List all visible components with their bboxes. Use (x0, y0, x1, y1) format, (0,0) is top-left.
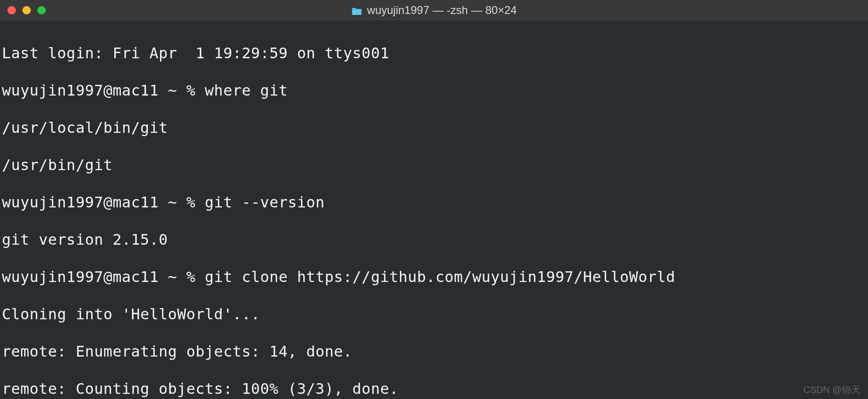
terminal-line: /usr/local/bin/git (2, 118, 866, 137)
terminal-line: wuyujin1997@mac11 ~ % where git (2, 81, 866, 100)
traffic-lights (7, 6, 46, 14)
terminal-line: remote: Enumerating objects: 14, done. (2, 342, 866, 361)
terminal-line: Cloning into 'HelloWorld'... (2, 305, 866, 323)
minimize-button[interactable] (22, 6, 31, 14)
close-button[interactable] (7, 6, 16, 14)
terminal-line: Last login: Fri Apr 1 19:29:59 on ttys00… (2, 44, 866, 62)
watermark: CSDN @锦天 (803, 384, 861, 396)
terminal-line: wuyujin1997@mac11 ~ % git clone https://… (2, 268, 866, 286)
terminal-line: remote: Counting objects: 100% (3/3), do… (2, 379, 866, 398)
svg-rect-0 (352, 9, 362, 10)
terminal-output[interactable]: Last login: Fri Apr 1 19:29:59 on ttys00… (0, 21, 868, 399)
maximize-button[interactable] (37, 6, 46, 14)
folder-icon (351, 6, 363, 15)
terminal-line: git version 2.15.0 (2, 230, 866, 249)
window-title: wuyujin1997 — -zsh — 80×24 (367, 4, 517, 17)
window-titlebar: wuyujin1997 — -zsh — 80×24 (0, 0, 868, 21)
window-title-group: wuyujin1997 — -zsh — 80×24 (351, 4, 517, 17)
terminal-line: /usr/bin/git (2, 156, 866, 174)
terminal-line: wuyujin1997@mac11 ~ % git --version (2, 193, 866, 212)
